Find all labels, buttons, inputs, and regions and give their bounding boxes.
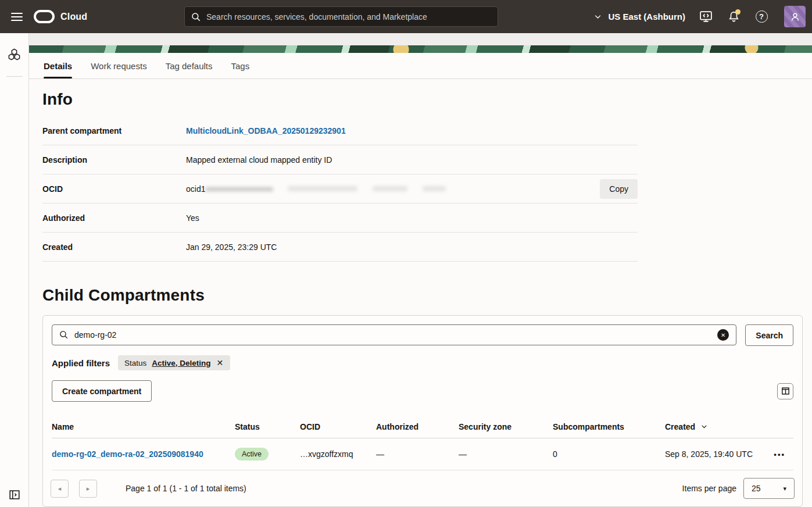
- info-row-ocid: OCID ocid1 xxxxxxxxxxxxxxxxxxxxx Copy: [42, 174, 638, 203]
- region-selector[interactable]: US East (Ashburn): [593, 12, 685, 22]
- chip-prefix: Status: [124, 359, 146, 367]
- tab-work-requests[interactable]: Work requests: [91, 53, 146, 78]
- created-value: Jan 29, 2025, 23:29 UTC: [186, 242, 638, 252]
- chevron-down-icon: [593, 12, 602, 21]
- cloud-shell-icon[interactable]: [698, 9, 713, 24]
- info-heading: Info: [42, 90, 803, 109]
- compartment-hero-banner: [29, 45, 812, 53]
- row-subcompartments: 0: [553, 449, 665, 459]
- global-search-bar[interactable]: [184, 6, 498, 27]
- user-avatar[interactable]: [784, 6, 806, 27]
- region-label: US East (Ashburn): [608, 12, 685, 22]
- info-rows: Parent compartment MulticloudLink_ODBAA_…: [42, 116, 638, 262]
- status-filter-chip[interactable]: Status Active, Deleting ✕: [118, 355, 230, 370]
- pagination-text: Page 1 of 1 (1 - 1 of 1 total items): [126, 484, 246, 493]
- oracle-logo-icon: [34, 10, 55, 23]
- search-icon: [59, 330, 69, 340]
- col-header-name: Name: [52, 422, 235, 431]
- applied-filters-label: Applied filters: [52, 358, 110, 368]
- select-caret-icon: ▾: [783, 485, 786, 492]
- compartment-search-field: ✕: [52, 324, 736, 346]
- topbar-right-cluster: US East (Ashburn) ?: [593, 0, 812, 33]
- prev-page-button[interactable]: ◂: [51, 480, 69, 498]
- info-row-authorized: Authorized Yes: [42, 203, 638, 233]
- child-compartments-card: ✕ Search Applied filters Status Active, …: [42, 315, 803, 507]
- row-created: Sep 8, 2025, 19:40 UTC: [665, 449, 767, 459]
- chip-value[interactable]: Active, Deleting: [152, 359, 210, 367]
- compartments-icon[interactable]: [8, 48, 21, 62]
- table-row: demo-rg-02_demo-ra-02_202509081940 Activ…: [52, 438, 793, 470]
- pagination-bar: ◂ ▸ Page 1 of 1 (1 - 1 of 1 total items)…: [43, 470, 802, 506]
- search-icon: [191, 12, 201, 22]
- parent-compartment-label: Parent compartment: [42, 126, 186, 135]
- description-label: Description: [42, 155, 186, 165]
- authorized-value: Yes: [186, 213, 638, 223]
- brand-text: Cloud: [60, 12, 87, 22]
- child-compartments-table: Name Status OCID Authorized Security zon…: [52, 415, 793, 470]
- ocid-smudge: [423, 186, 446, 191]
- ocid-smudge: [288, 186, 357, 191]
- col-header-authorized: Authorized: [376, 422, 459, 431]
- authorized-label: Authorized: [42, 213, 186, 223]
- col-header-security-zone: Security zone: [459, 422, 553, 431]
- info-row-created: Created Jan 29, 2025, 23:29 UTC: [42, 233, 638, 262]
- sort-chevron-down-icon: [700, 423, 708, 430]
- col-header-ocid: OCID: [300, 422, 376, 431]
- table-header-row: Name Status OCID Authorized Security zon…: [52, 415, 793, 438]
- manage-columns-button[interactable]: [777, 383, 793, 399]
- child-compartments-heading: Child Compartments: [42, 286, 803, 305]
- create-compartment-button[interactable]: Create compartment: [52, 380, 152, 402]
- parent-compartment-link[interactable]: MulticloudLink_ODBAA_20250129232901: [186, 126, 346, 135]
- row-actions-menu[interactable]: •••: [767, 450, 793, 459]
- notification-badge: [735, 9, 741, 15]
- expand-panel-icon[interactable]: [8, 488, 21, 501]
- next-page-button[interactable]: ▸: [79, 480, 97, 498]
- row-authorized: —: [376, 449, 459, 459]
- status-badge: Active: [235, 448, 269, 460]
- tab-tags[interactable]: Tags: [231, 53, 250, 78]
- description-value: Mapped external cloud mapped entity ID: [186, 155, 638, 165]
- compartment-search-input[interactable]: [52, 324, 736, 345]
- remove-filter-icon[interactable]: ✕: [216, 358, 224, 367]
- hamburger-bars: [11, 10, 23, 23]
- ocid-prefix: ocid1: [186, 184, 205, 194]
- info-row-parent: Parent compartment MulticloudLink_ODBAA_…: [42, 116, 638, 145]
- global-search-input[interactable]: [206, 12, 492, 22]
- col-header-status: Status: [235, 422, 300, 431]
- left-sidebar: [0, 33, 29, 507]
- info-row-description: Description Mapped external cloud mapped…: [42, 145, 638, 174]
- search-button[interactable]: Search: [745, 324, 793, 346]
- content-area: Info Parent compartment MulticloudLink_O…: [29, 79, 812, 507]
- col-header-created[interactable]: Created: [665, 422, 767, 431]
- help-icon[interactable]: ?: [754, 9, 769, 24]
- help-glyph: ?: [756, 10, 768, 23]
- brand-logo[interactable]: Cloud: [34, 10, 87, 23]
- items-per-page-value: 25: [752, 484, 761, 493]
- created-header-label: Created: [665, 422, 695, 431]
- ocid-smudge: [373, 186, 407, 191]
- col-header-subcompartments: Subcompartments: [553, 422, 665, 431]
- notifications-bell-icon[interactable]: [726, 9, 741, 24]
- ocid-value: ocid1 xxxxxxxxxxxxxxxxxxxxx Copy: [186, 179, 638, 199]
- compartment-name-link[interactable]: demo-rg-02_demo-ra-02_202509081940: [52, 449, 203, 459]
- row-ocid: …xvgzoffzxmq: [300, 449, 376, 459]
- page-gap-strip: [29, 33, 812, 45]
- items-per-page-select[interactable]: 25 ▾: [743, 478, 795, 499]
- tab-details[interactable]: Details: [44, 53, 72, 78]
- top-bar: Cloud US East (Ashburn): [0, 0, 812, 33]
- row-security-zone: —: [459, 449, 553, 459]
- ocid-label: OCID: [42, 184, 186, 194]
- tab-bar: Details Work requests Tag defaults Tags: [29, 53, 812, 79]
- tab-tag-defaults[interactable]: Tag defaults: [166, 53, 213, 78]
- created-label: Created: [42, 242, 186, 252]
- items-per-page-label: Items per page: [682, 484, 736, 493]
- hamburger-menu-icon[interactable]: [0, 10, 34, 23]
- copy-ocid-button[interactable]: Copy: [600, 179, 638, 199]
- ocid-redacted: xxxxxxxxxxxxxxxxxxxxx: [205, 184, 273, 193]
- sidebar-divider: [6, 76, 23, 77]
